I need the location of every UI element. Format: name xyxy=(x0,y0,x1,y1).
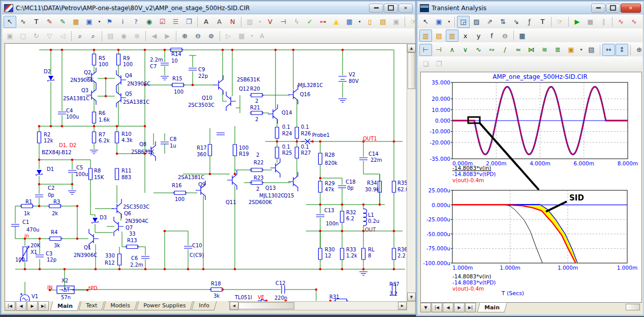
stepping-icon[interactable]: ∿ xyxy=(628,16,640,28)
minimize-button[interactable] xyxy=(369,4,383,13)
zoom-out-graph-icon[interactable]: ⇘ xyxy=(510,16,523,28)
transient-titlebar[interactable]: Transient Analysis ✕ xyxy=(418,2,643,14)
goto-icon[interactable]: ▷ xyxy=(222,30,235,42)
zoom-out-icon[interactable]: ⊖ xyxy=(192,30,204,42)
checklist-icon[interactable]: ☑ xyxy=(156,16,169,28)
horizontal-scrollbar[interactable]: ◀ ▶ xyxy=(229,301,407,310)
pattern-icon[interactable]: ▦ xyxy=(235,30,248,42)
clipboard-dropdown[interactable]: ▾ xyxy=(578,44,585,56)
cross-icon[interactable]: ⋈ xyxy=(525,44,538,56)
node-voltages-icon[interactable]: ▥ xyxy=(243,16,256,28)
wire-mode[interactable]: ∿ xyxy=(17,16,29,28)
meters-icon[interactable]: V xyxy=(264,16,277,28)
exit-info-icon[interactable]: ⊗ xyxy=(131,30,143,42)
font-icon[interactable]: A xyxy=(256,30,268,42)
fx-icon[interactable]: f xyxy=(485,30,498,42)
polygon-mode[interactable]: ✎ xyxy=(56,16,69,28)
auto-scale-x-icon[interactable]: ↔ xyxy=(602,44,615,56)
peak-icon[interactable]: ∧ xyxy=(446,44,458,56)
vscroll-thumb[interactable] xyxy=(408,52,415,89)
pause-button[interactable]: ∥ xyxy=(597,16,610,28)
border-icon[interactable]: ▯ xyxy=(363,16,376,28)
schematic-titlebar[interactable]: C:\MC11\DATA\Petrov\AMP-one-stage\80V_v2… xyxy=(2,2,415,14)
panel-3-icon[interactable]: ▥ xyxy=(446,30,458,42)
lens-icon[interactable]: ⊖ xyxy=(499,30,511,42)
panel-1-icon[interactable]: ▥ xyxy=(419,30,432,42)
vertical-scrollbar[interactable]: ▲ ▼ xyxy=(407,43,416,302)
tab-prev-button[interactable]: ◀ xyxy=(443,303,453,312)
grid-text-icon[interactable]: A xyxy=(213,16,226,28)
close-button[interactable]: ✕ xyxy=(621,4,641,13)
pin-connections-icon[interactable]: ⊶ xyxy=(317,16,329,28)
box-icon[interactable]: ▢ xyxy=(17,30,29,42)
maximize-button[interactable] xyxy=(606,4,620,13)
scroll-down-button[interactable]: ▼ xyxy=(407,293,416,301)
inflection-icon[interactable]: ≈ xyxy=(512,44,525,56)
step-back-icon[interactable]: ◀ xyxy=(148,30,161,42)
cursor-left-icon[interactable]: ⊢ xyxy=(419,44,432,56)
link-icon[interactable]: ▣ xyxy=(390,16,403,28)
flip-y-icon[interactable]: ▽ xyxy=(43,30,56,42)
tile-icon[interactable]: ❐ xyxy=(433,57,445,70)
high-icon[interactable]: ∿ xyxy=(472,44,485,56)
grid-dropdown[interactable]: ▾ xyxy=(356,16,363,28)
tab-info[interactable]: Info xyxy=(192,301,217,310)
tab-main[interactable]: Main xyxy=(50,301,80,311)
rotate-icon[interactable]: ↻ xyxy=(30,30,43,42)
node-numbers-icon[interactable]: N xyxy=(226,16,239,28)
component-dropdown[interactable]: ▾ xyxy=(446,16,452,28)
flag-mode-icon[interactable]: ⚑ xyxy=(103,16,116,28)
zoom-xy-icon[interactable]: ⇅ xyxy=(497,16,509,28)
zoom-in-icon[interactable]: ⊕ xyxy=(633,44,644,56)
x-axis-icon[interactable]: x xyxy=(459,30,472,42)
tab-main[interactable]: Main xyxy=(477,303,507,312)
select-mode[interactable]: ↖ xyxy=(419,16,432,28)
title-block-icon[interactable]: ▤ xyxy=(377,16,389,28)
browse-web-icon[interactable]: ◉ xyxy=(143,16,156,28)
tab-models[interactable]: Models xyxy=(103,301,138,310)
text-mode[interactable]: T xyxy=(536,16,549,28)
tab-first-button[interactable]: |◀ xyxy=(5,301,15,311)
zoom-in-graph-icon[interactable]: ⇗ xyxy=(483,16,496,28)
zoom-in-icon[interactable]: ⊕ xyxy=(178,30,191,42)
tab-next-button[interactable]: ▶ xyxy=(27,301,38,311)
tab-prev-button[interactable]: ◀ xyxy=(16,301,26,311)
formula-icon[interactable]: ƒ xyxy=(523,16,536,28)
auto-scale-y-icon[interactable]: ↕ xyxy=(616,44,628,56)
global-high-icon[interactable]: ≋ xyxy=(538,44,551,56)
flip-x-icon[interactable]: ◁ xyxy=(56,30,69,42)
plot-select-dropdown[interactable]: ▼ xyxy=(420,303,431,312)
node-dropdown[interactable]: ▾ xyxy=(257,16,263,28)
power-icon[interactable]: ϟ xyxy=(290,16,303,28)
tab-last-button[interactable]: ▶| xyxy=(38,301,49,311)
graph-image-icon[interactable]: ▨ xyxy=(470,16,483,28)
minimize-button[interactable] xyxy=(591,4,605,13)
text-mode[interactable]: T xyxy=(30,16,43,28)
plot-hscroll-thumb[interactable] xyxy=(626,304,640,310)
stripes-icon[interactable]: ☰ xyxy=(169,16,182,28)
zoom-100-icon[interactable]: ⊚ xyxy=(205,30,218,42)
tab-text[interactable]: Text xyxy=(78,301,104,310)
find-component-icon[interactable]: ▣ xyxy=(83,16,96,28)
scroll-up-button[interactable]: ▲ xyxy=(407,44,416,52)
slope-icon[interactable]: / xyxy=(499,44,511,56)
tab-last-button[interactable]: ▶| xyxy=(465,303,476,312)
stop-button[interactable]: ■ xyxy=(584,16,597,28)
info-mode-icon[interactable]: i xyxy=(116,16,129,28)
scroll-left-button[interactable]: ◀ xyxy=(230,302,238,310)
tab-power-supplies[interactable]: Power Supplies xyxy=(136,301,193,310)
scroll-right-button[interactable]: ▶ xyxy=(398,302,407,310)
currents-icon[interactable]: ⊣ xyxy=(277,16,290,28)
low-icon[interactable]: ∾ xyxy=(485,44,498,56)
select-mode[interactable]: ↖ xyxy=(4,16,16,28)
repeat-icon[interactable]: ▤ xyxy=(104,30,117,42)
bus-icon[interactable]: ▦ xyxy=(70,16,82,28)
pattern-dropdown[interactable]: ▾ xyxy=(249,30,255,42)
component-dropdown[interactable]: ▾ xyxy=(96,16,103,28)
find-component-icon[interactable]: ▣ xyxy=(433,16,445,28)
info-icon[interactable]: ◉ xyxy=(117,30,130,42)
hscroll-thumb[interactable] xyxy=(238,302,294,309)
schematic-canvas[interactable]: D2R5100R9100Q22N3906CQ42N3906CQ32SA1381C… xyxy=(5,43,407,302)
warning-icon[interactable]: ▲ xyxy=(330,16,343,28)
attribute-text-icon[interactable]: A xyxy=(200,16,212,28)
